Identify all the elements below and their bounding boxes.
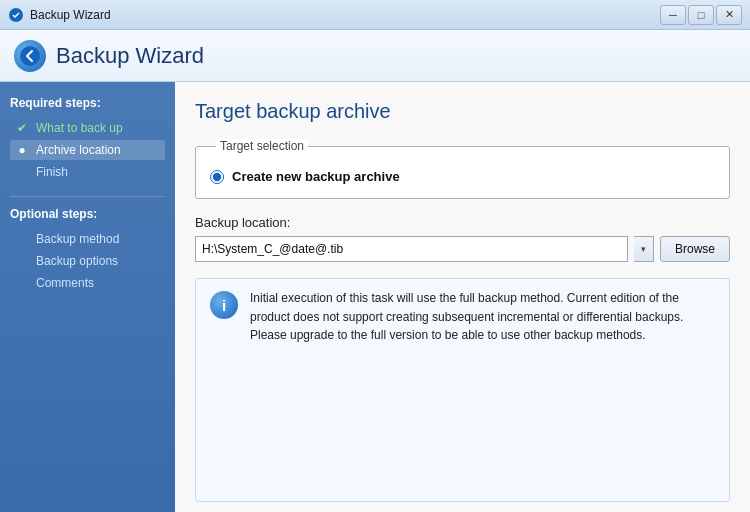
app-small-icon [8,7,24,23]
blank-icon [14,165,30,179]
info-text: Initial execution of this task will use … [250,289,715,345]
sidebar-item-label-options: Backup options [36,254,118,268]
fieldset-legend: Target selection [216,139,308,153]
blank-icon4 [14,276,30,290]
back-arrow-icon [19,45,41,67]
minimize-button[interactable]: ─ [660,5,686,25]
browse-button[interactable]: Browse [660,236,730,262]
required-steps-title: Required steps: [10,96,165,110]
target-selection-fieldset: Target selection Create new backup archi… [195,139,730,199]
close-button[interactable]: ✕ [716,5,742,25]
check-icon: ✔ [14,121,30,135]
app-header-title: Backup Wizard [56,43,204,69]
location-dropdown[interactable]: ▾ [634,236,654,262]
svg-point-1 [20,46,40,66]
info-icon: i [210,291,238,319]
app-header-icon [14,40,46,72]
blank-icon3 [14,254,30,268]
page-title: Target backup archive [195,100,730,123]
sidebar-item-label-finish: Finish [36,165,68,179]
create-new-archive-option[interactable]: Create new backup archive [210,169,715,184]
title-bar: Backup Wizard ─ □ ✕ [0,0,750,30]
blank-icon2 [14,232,30,246]
backup-location-row: ▾ Browse [195,236,730,262]
app-header: Backup Wizard [0,30,750,82]
sidebar-item-what-to-back-up[interactable]: ✔ What to back up [10,118,165,138]
sidebar-item-label-what: What to back up [36,121,123,135]
info-box: i Initial execution of this task will us… [195,278,730,502]
backup-location-label: Backup location: [195,215,730,230]
title-bar-controls: ─ □ ✕ [660,5,742,25]
title-bar-text: Backup Wizard [30,8,111,22]
sidebar-item-backup-options[interactable]: Backup options [10,251,165,271]
active-icon: ● [14,143,30,157]
sidebar-item-label-archive: Archive location [36,143,121,157]
sidebar-item-backup-method[interactable]: Backup method [10,229,165,249]
title-bar-left: Backup Wizard [8,7,111,23]
optional-steps-title: Optional steps: [10,207,165,221]
sidebar-item-finish[interactable]: Finish [10,162,165,182]
create-new-radio[interactable] [210,170,224,184]
main-layout: Required steps: ✔ What to back up ● Arch… [0,82,750,512]
sidebar-divider [10,196,165,197]
content-area: Target backup archive Target selection C… [175,82,750,512]
create-new-label: Create new backup archive [232,169,400,184]
sidebar: Required steps: ✔ What to back up ● Arch… [0,82,175,512]
sidebar-item-label-method: Backup method [36,232,119,246]
maximize-button[interactable]: □ [688,5,714,25]
sidebar-item-label-comments: Comments [36,276,94,290]
sidebar-item-comments[interactable]: Comments [10,273,165,293]
location-input[interactable] [195,236,628,262]
sidebar-item-archive-location[interactable]: ● Archive location [10,140,165,160]
